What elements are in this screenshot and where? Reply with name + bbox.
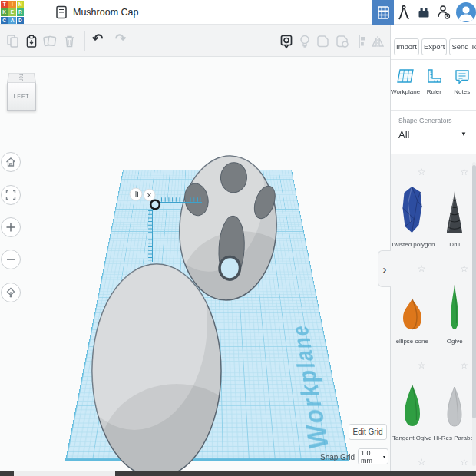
dashboard-grid-button[interactable]	[372, 0, 394, 25]
logo-cell: K	[1, 8, 8, 15]
home-icon	[5, 156, 17, 168]
undo-button[interactable]: ↶	[92, 32, 103, 46]
favorite-star-icon[interactable]: ☆	[460, 360, 468, 371]
notes-icon	[453, 68, 471, 86]
favorite-star-icon[interactable]: ☆	[460, 263, 468, 274]
notes-tool-label: Notes	[454, 88, 470, 95]
fit-view-button[interactable]	[1, 185, 21, 205]
chevron-right-icon: ›	[383, 263, 387, 276]
user-gear-icon	[436, 4, 451, 21]
minus-icon	[5, 253, 17, 266]
duplicate-icon[interactable]	[43, 34, 58, 51]
workplane-tool-label: Workplane	[391, 88, 420, 95]
home-view-button[interactable]	[1, 152, 21, 172]
panel-scrollbar-thumb[interactable]	[472, 165, 476, 418]
shape-panel: Import Export Send To Workplane Ruler No…	[390, 25, 476, 476]
design-title[interactable]: Mushroom Cap	[73, 7, 138, 18]
horizontal-scrollbar	[0, 471, 476, 476]
panel-collapse-handle[interactable]: ›	[378, 250, 391, 287]
perspective-toggle-button[interactable]	[1, 283, 21, 302]
drill-thumbnail	[446, 190, 463, 234]
calipers-icon	[396, 4, 412, 21]
mirror-icon[interactable]	[370, 34, 385, 52]
zoom-in-button[interactable]	[1, 217, 21, 237]
ungroup-icon[interactable]	[335, 34, 350, 52]
shape-card-label: Hi-Res Parabolo...	[434, 435, 476, 441]
view-cube[interactable]: TOP LEFT	[7, 66, 38, 111]
tools-button[interactable]	[394, 0, 414, 25]
shape-generators-label: Shape Generators	[398, 117, 476, 124]
copy-icon[interactable]	[6, 34, 20, 51]
snap-grid-value: 1.0 mm	[361, 449, 383, 464]
snap-grid-dropdown[interactable]: 1.0 mm ▾	[358, 448, 388, 464]
avatar[interactable]	[456, 2, 476, 22]
account-settings-button[interactable]	[434, 0, 454, 25]
shape-card[interactable]: ☆ Hi-Res Parabolo...	[434, 357, 476, 454]
zoom-out-button[interactable]	[1, 250, 21, 269]
logo-cell: D	[17, 17, 24, 24]
ruler-tool[interactable]: Ruler	[420, 60, 448, 110]
design-properties-icon[interactable]	[55, 5, 68, 22]
horizontal-scrollbar-thumb[interactable]	[115, 471, 476, 476]
favorite-star-icon[interactable]: ☆	[418, 167, 426, 177]
logo-cell: C	[1, 17, 8, 24]
redo-button[interactable]: ↷	[115, 32, 126, 46]
shape-card[interactable]: ☆ ellipse cone	[391, 260, 434, 357]
drop-pin-tool-icon[interactable]	[279, 34, 294, 52]
favorite-star-icon[interactable]: ☆	[460, 457, 468, 468]
shape-card[interactable]: ☆ Ogive	[434, 260, 476, 357]
shape-card-label: ellipse cone	[391, 338, 434, 345]
logo-cell: R	[17, 8, 24, 15]
scrollbar-corner[interactable]	[0, 471, 14, 476]
shape-card-list: ☆ Twisted polygon ☆ Drill ☆ ellipse	[391, 154, 476, 476]
view-cube-front-face[interactable]: LEFT	[7, 83, 36, 111]
logo-cell: E	[8, 8, 15, 15]
notes-tool[interactable]: Notes	[448, 60, 476, 110]
shape-card-label: Tangent Ogive	[391, 435, 434, 441]
plus-icon	[5, 221, 17, 233]
grid-icon	[378, 6, 389, 19]
show-all-bulb-icon[interactable]	[298, 34, 312, 52]
delete-icon[interactable]	[63, 34, 76, 51]
align-icon[interactable]	[354, 34, 366, 52]
shape-card-label: Drill	[434, 241, 476, 248]
favorite-star-icon[interactable]: ☆	[460, 167, 468, 177]
canvas-toolbar: ↶ ↷	[0, 25, 390, 57]
twisted-polygon-thumbnail	[402, 185, 422, 234]
tinkercad-logo[interactable]: T I N K E R C A D	[1, 1, 24, 24]
favorite-star-icon[interactable]: ☆	[418, 360, 426, 371]
logo-cell: I	[8, 1, 15, 8]
shape-card[interactable]: ☆ Drill	[434, 164, 476, 260]
view-cube-front-label: LEFT	[13, 94, 29, 99]
logo-cell: A	[8, 17, 15, 24]
panel-actions: Import Export Send To	[391, 25, 476, 60]
ogive-thumbnail	[449, 283, 460, 331]
workplane-tool[interactable]: Workplane	[391, 60, 420, 110]
workplane-icon	[395, 68, 415, 86]
shape-card-label: Twisted polygon	[391, 241, 434, 248]
panel-tools: Workplane Ruler Notes	[391, 60, 476, 111]
shape-card[interactable]: ☆ Tangent Ogive	[391, 357, 434, 454]
logo-cell: N	[17, 1, 24, 8]
shape-card[interactable]: ☆ Twisted polygon	[391, 164, 434, 260]
toolbar-separator	[140, 31, 140, 51]
app-header: T I N K E R C A D Mushroom Cap	[0, 0, 476, 25]
fit-view-icon	[5, 189, 17, 201]
panel-scrollbar	[472, 162, 476, 466]
view-cube-top-face[interactable]: TOP	[7, 73, 36, 83]
dropdown-arrow-icon: ▼	[461, 131, 467, 137]
edit-grid-button[interactable]: Edit Grid	[349, 424, 387, 440]
paste-icon[interactable]	[25, 34, 38, 51]
hi-res-paraboloid-thumbnail	[446, 385, 463, 428]
favorite-star-icon[interactable]: ☆	[418, 263, 426, 274]
blocks-button[interactable]	[414, 0, 434, 25]
import-button[interactable]: Import	[394, 38, 419, 55]
group-icon[interactable]	[316, 34, 331, 52]
export-button[interactable]: Export	[421, 38, 447, 55]
orthographic-icon	[5, 286, 17, 299]
brick-icon	[417, 5, 431, 19]
send-to-button[interactable]: Send To	[449, 38, 476, 55]
favorite-star-icon[interactable]: ☆	[418, 457, 426, 468]
workplane-watermark: Workplane	[287, 324, 336, 448]
shape-card-label: Ogive	[434, 338, 476, 345]
